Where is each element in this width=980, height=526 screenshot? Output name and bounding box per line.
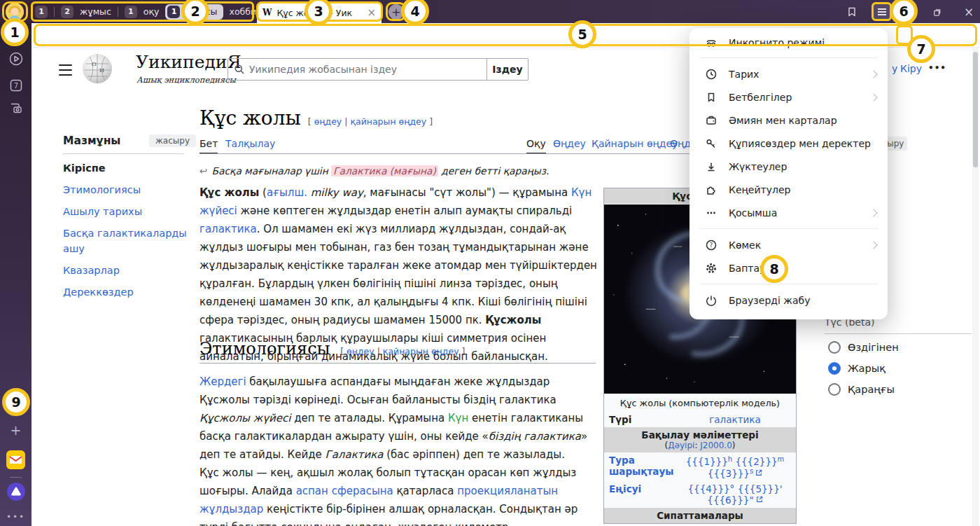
browser-tab-bar: 1 2 жұмыс 1 оқу 1 отбасы хобби W Құс жол… (0, 0, 980, 23)
infobox-dec-label[interactable]: Еңісуі (604, 481, 674, 497)
infobox-type-value[interactable]: галактика (674, 412, 796, 427)
tab-more-cut[interactable]: Өңд (670, 138, 691, 149)
tab-page[interactable]: Бет (200, 138, 218, 154)
tab-counter-button[interactable]: 7 (0, 78, 31, 93)
tab-groups: 1 2 жұмыс 1 оқу 1 отбасы хобби (35, 4, 269, 20)
toc-hide-button[interactable]: жасыру (149, 134, 196, 147)
toc-item-etymology[interactable]: Этимологиясы (63, 182, 196, 198)
svg-text:?: ? (710, 242, 713, 249)
sidebar-divider (10, 477, 22, 478)
tab-read[interactable]: Оқу (526, 138, 546, 154)
page-scrollbar-thumb[interactable] (973, 52, 978, 167)
chevron-right-icon (869, 93, 877, 101)
annotation-8: 8 (760, 255, 788, 283)
key-icon (705, 137, 718, 150)
color-option-auto[interactable]: Өздігінен (828, 341, 899, 354)
wikipedia-globe-icon: Ω И (82, 53, 113, 84)
login-link[interactable]: Кіру (900, 63, 922, 74)
menu-item-bookmarks[interactable]: Бетбелгілер (690, 85, 888, 109)
toc-item-intro[interactable]: Кіріспе (63, 160, 196, 176)
wiki-menu-button[interactable] (59, 64, 72, 78)
infobox-row-type: Түрі галактика (604, 412, 796, 427)
close-window-button[interactable]: × (960, 3, 978, 21)
tab-close-icon[interactable]: × (367, 8, 376, 18)
history-clock-icon (705, 68, 718, 81)
infobox-observation-header: Бақылау мәліметтері (Дәуірі: J2000.0) (604, 427, 796, 452)
tab-group-work-count[interactable]: 2 (61, 6, 74, 18)
infobox-characteristics-header: Сипаттамалары (604, 508, 796, 523)
menu-item-wallet[interactable]: Әмиян мен карталар (690, 109, 888, 132)
menu-item-more[interactable]: Қосымша (690, 201, 888, 224)
wikipedia-tagline: Ашық энциклопедиясы (136, 75, 236, 85)
play-icon (8, 51, 24, 67)
tab-group-study-count[interactable]: 1 (125, 6, 137, 18)
yandex-mail-button[interactable] (0, 450, 31, 469)
screenshot-icon (8, 100, 24, 116)
screenshot-button[interactable] (0, 100, 31, 116)
radio-dark[interactable] (828, 383, 841, 396)
menu-item-incognito[interactable]: Инкогнито режимі (690, 32, 888, 53)
article-paragraph-2: Жердегі бақылаушыға аспандағы мыңдаған ж… (200, 373, 598, 464)
tab-counter-icon: 7 (8, 78, 24, 93)
tab-edit-source[interactable]: Қайнарын өңдеу (592, 138, 678, 149)
chevron-right-icon (869, 209, 877, 216)
hatnote: ↪Басқа мағыналар үшін Галактика (мағына)… (200, 165, 549, 177)
login-text-fragment: у (892, 63, 897, 74)
infobox-row-ra: Тура шарықтауы {{{1}}}h {{{2}}}m {{{3}}}… (604, 452, 796, 481)
menu-item-settings[interactable]: Баптаулар (690, 256, 888, 279)
tab-group-hobby-label[interactable]: хобби (230, 6, 257, 17)
annotation-9: 9 (2, 388, 30, 416)
alice-assistant-button[interactable] (0, 483, 31, 501)
tab-group-study-label[interactable]: оқу (144, 6, 160, 17)
menu-item-help[interactable]: ? Көмек (690, 233, 888, 256)
infobox-ra-label[interactable]: Тура шарықтауы (604, 452, 674, 479)
tab-edit[interactable]: Өңдеу (553, 138, 586, 149)
svg-text:И: И (99, 67, 104, 74)
toc-title: Мазмұны (63, 134, 120, 147)
menu-item-downloads[interactable]: Жүктеулер (690, 155, 888, 178)
annotation-7: 7 (907, 35, 935, 63)
wallet-icon (705, 114, 718, 127)
hamburger-menu-icon (876, 6, 888, 18)
power-icon (705, 294, 718, 307)
color-option-dark[interactable]: Қараңғы (828, 383, 895, 396)
header-more-button[interactable]: ••• (928, 63, 946, 73)
side-panel-button[interactable] (843, 3, 861, 21)
toc-item-other-galaxies[interactable]: Басқа галактикаларды ашу (63, 226, 196, 256)
menu-item-extensions[interactable]: Кеңейтулер (690, 178, 888, 201)
restore-window-button[interactable] (927, 3, 946, 21)
tab-group-work-label[interactable]: жұмыс (80, 6, 111, 17)
toc-item-quasars[interactable]: Квазарлар (63, 263, 196, 278)
browser-menu-button[interactable] (872, 3, 891, 21)
sidebar-more-button[interactable]: ••• (0, 512, 31, 522)
svg-text:Ω: Ω (92, 61, 97, 67)
color-option-light[interactable]: Жарық (828, 362, 886, 375)
menu-item-passwords[interactable]: Құпиясөздер мен деректер (690, 132, 888, 155)
browser-window: 1 2 жұмыс 1 оқу 1 отбасы хобби W Құс жол… (0, 0, 980, 526)
tab-group-divider (118, 7, 118, 17)
toc-item-discovery[interactable]: Ашылу тарихы (63, 204, 196, 219)
wiki-search-button[interactable]: Іздеу (486, 59, 528, 80)
external-link-icon[interactable] (756, 496, 763, 503)
gear-icon (705, 262, 718, 275)
menu-divider (699, 284, 878, 284)
alice-icon (7, 483, 25, 501)
wikipedia-logo[interactable]: Ω И (82, 53, 113, 84)
wiki-search-input[interactable] (245, 64, 486, 75)
sidebar-add-button[interactable]: + (0, 422, 31, 438)
media-play-button[interactable] (0, 51, 31, 67)
menu-item-history[interactable]: Тарих (690, 62, 888, 85)
tab-group-divider (54, 7, 55, 17)
menu-item-close-browser[interactable]: Браузерді жабу (690, 289, 888, 312)
external-link-icon[interactable] (755, 469, 762, 476)
wiki-search-box: Іздеу (227, 58, 528, 81)
browser-menu-dropdown: Инкогнито режимі Тарих Бетбелгілер Әмиян… (690, 28, 888, 319)
toc-item-sources[interactable]: Дереккөздер (63, 284, 196, 300)
radio-light-selected[interactable] (828, 362, 841, 375)
tab-talk[interactable]: Талқылау (225, 138, 275, 149)
tab-group-1-count[interactable]: 1 (35, 6, 48, 18)
article-edit-links[interactable]: [ өңдеу | қайнарын өңдеу ] (308, 116, 433, 127)
radio-auto[interactable] (828, 341, 841, 354)
wikipedia-wordmark[interactable]: УикипедиЯ (136, 52, 241, 72)
section-edit-links[interactable]: [ өңдеу | қайнарын өңдеу ] (340, 346, 465, 357)
